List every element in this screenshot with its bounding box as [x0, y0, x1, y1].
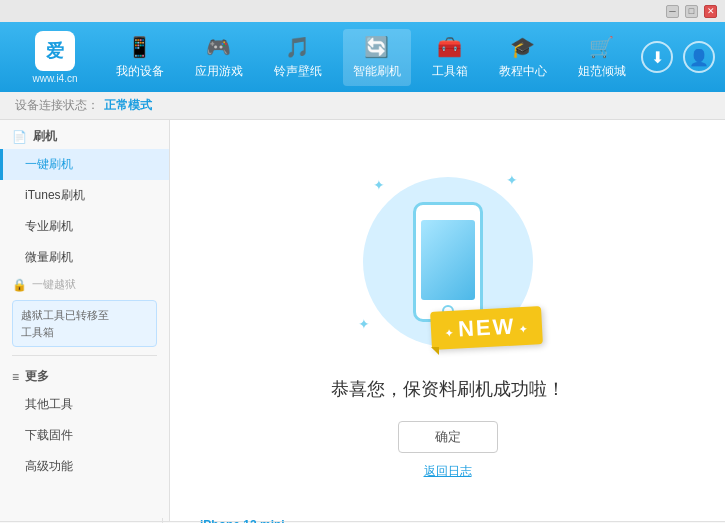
nav-tools-label: 工具箱 — [432, 63, 468, 80]
nav-apps-games-label: 应用游戏 — [195, 63, 243, 80]
sidebar-section-flash: 📄 刷机 — [0, 120, 169, 149]
nav-tutorials[interactable]: 🎓 教程中心 — [489, 29, 557, 86]
sidebar-section-more: ≡ 更多 — [0, 360, 169, 389]
logo-icon: 爱 — [35, 31, 75, 71]
success-message: 恭喜您，保资料刷机成功啦！ — [331, 377, 565, 401]
sidebar-item-advanced[interactable]: 高级功能 — [0, 451, 169, 482]
sparkle-icon-1: ✦ — [373, 177, 385, 193]
my-device-icon: 📱 — [127, 35, 152, 59]
sidebar-item-itunes-flash[interactable]: iTunes刷机 — [0, 180, 169, 211]
maximize-button[interactable]: □ — [685, 5, 698, 18]
new-badge: NEW — [431, 309, 542, 347]
tutorials-icon: 🎓 — [510, 35, 535, 59]
apps-games-icon: 🎮 — [206, 35, 231, 59]
title-bar: ─ □ ✕ — [0, 0, 725, 22]
account-button[interactable]: 👤 — [683, 41, 715, 73]
status-value: 正常模式 — [104, 97, 152, 114]
tools-icon: 🧰 — [437, 35, 462, 59]
phone-shape — [413, 202, 483, 322]
smart-flash-icon: 🔄 — [364, 35, 389, 59]
nav-smart-flash-label: 智能刷机 — [353, 63, 401, 80]
status-label: 设备连接状态： — [15, 97, 99, 114]
bottom-left: 自动继续 跳过向导 📱 iPhone 12 mini 64GB Down-12m… — [12, 518, 397, 524]
logo: 爱 www.i4.cn — [10, 31, 100, 84]
main-area: 📄 刷机 一键刷机 iTunes刷机 专业刷机 微量刷机 🔒 一键越狱 越狱工具… — [0, 120, 725, 521]
nav-smart-flash[interactable]: 🔄 智能刷机 — [343, 29, 411, 86]
sidebar-locked-jailbreak: 🔒 一键越狱 — [0, 273, 169, 296]
nav-my-device[interactable]: 📱 我的设备 — [106, 29, 174, 86]
header: 爱 www.i4.cn 📱 我的设备 🎮 应用游戏 🎵 铃声壁纸 🔄 智能刷机 … — [0, 22, 725, 92]
logo-url: www.i4.cn — [32, 73, 77, 84]
sparkle-icon-2: ✦ — [506, 172, 518, 188]
lock-icon: 🔒 — [12, 278, 27, 292]
download-button[interactable]: ⬇ — [641, 41, 673, 73]
sidebar-item-micro-flash[interactable]: 微量刷机 — [0, 242, 169, 273]
confirm-button[interactable]: 确定 — [398, 421, 498, 453]
nav-ringtones-label: 铃声壁纸 — [274, 63, 322, 80]
sidebar: 📄 刷机 一键刷机 iTunes刷机 专业刷机 微量刷机 🔒 一键越狱 越狱工具… — [0, 120, 170, 521]
nav-my-device-label: 我的设备 — [116, 63, 164, 80]
nav-bar: 📱 我的设备 🎮 应用游戏 🎵 铃声壁纸 🔄 智能刷机 🧰 工具箱 🎓 教程中心… — [100, 29, 641, 86]
nav-apps-games[interactable]: 🎮 应用游戏 — [185, 29, 253, 86]
device-details: iPhone 12 mini 64GB Down-12mini-13,1 — [200, 518, 289, 524]
ringtones-icon: 🎵 — [285, 35, 310, 59]
flash-section-label: 刷机 — [33, 128, 57, 145]
sidebar-notice: 越狱工具已转移至工具箱 — [12, 300, 157, 347]
phone-illustration: ✦ ✦ ✦ NEW — [348, 162, 548, 362]
nav-shop[interactable]: 🛒 姐范倾城 — [568, 29, 636, 86]
sidebar-item-other-tools[interactable]: 其他工具 — [0, 389, 169, 420]
phone-screen — [421, 220, 475, 300]
sidebar-item-pro-flash[interactable]: 专业刷机 — [0, 211, 169, 242]
flash-section-icon: 📄 — [12, 130, 27, 144]
status-bar: 设备连接状态： 正常模式 — [0, 92, 725, 120]
nav-tools[interactable]: 🧰 工具箱 — [422, 29, 478, 86]
sidebar-divider — [12, 355, 157, 356]
close-button[interactable]: ✕ — [704, 5, 717, 18]
minimize-button[interactable]: ─ — [666, 5, 679, 18]
more-section-label: 更多 — [25, 368, 49, 385]
shop-icon: 🛒 — [589, 35, 614, 59]
nav-tutorials-label: 教程中心 — [499, 63, 547, 80]
nav-shop-label: 姐范倾城 — [578, 63, 626, 80]
sidebar-item-download-firmware[interactable]: 下载固件 — [0, 420, 169, 451]
more-section-icon: ≡ — [12, 370, 19, 384]
banner-fold — [431, 347, 439, 355]
sparkle-icon-3: ✦ — [358, 316, 370, 332]
sidebar-item-one-click[interactable]: 一键刷机 — [0, 149, 169, 180]
locked-label: 一键越狱 — [32, 277, 76, 292]
home-link[interactable]: 返回日志 — [424, 463, 472, 480]
notice-text: 越狱工具已转移至工具箱 — [21, 309, 109, 338]
device-info: 📱 iPhone 12 mini 64GB Down-12mini-13,1 — [162, 518, 301, 524]
nav-ringtones[interactable]: 🎵 铃声壁纸 — [264, 29, 332, 86]
new-banner-text: NEW — [430, 306, 543, 350]
content-area: ✦ ✦ ✦ NEW 恭喜您，保资料刷机成功啦！ 确定 返回日志 — [170, 120, 725, 521]
device-name: iPhone 12 mini — [200, 518, 289, 524]
nav-right: ⬇ 👤 — [641, 41, 715, 73]
